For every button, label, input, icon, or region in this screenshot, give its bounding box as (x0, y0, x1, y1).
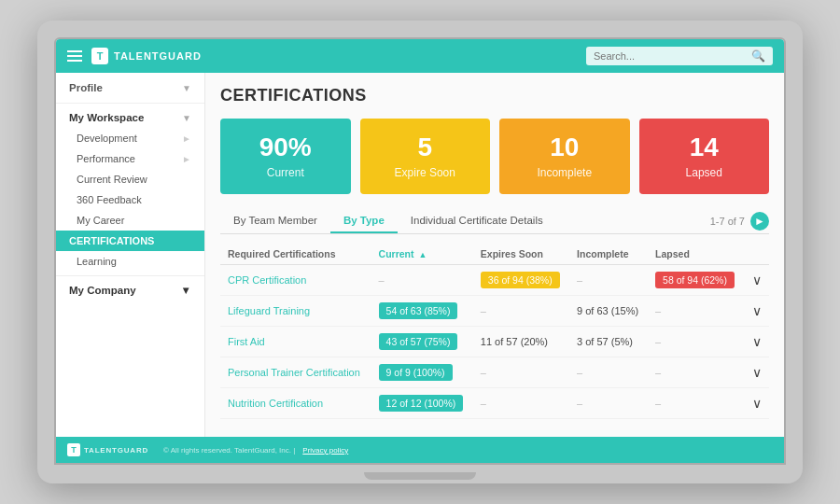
pagination-next-btn[interactable]: ► (750, 212, 769, 231)
table-row: Lifeguard Training54 of 63 (85%)–9 of 63… (220, 295, 769, 326)
content-area: CERTIFICATIONS 90% Current 5 Expire Soon… (205, 73, 784, 437)
tabs-row: By Team Member By Type Individual Certif… (220, 209, 769, 234)
stat-incomplete: 10 Incomplete (499, 119, 630, 194)
sidebar-item-label: Learning (77, 256, 117, 267)
cert-name[interactable]: Lifeguard Training (220, 295, 371, 326)
expand-row-btn[interactable]: ∨ (744, 295, 769, 326)
sidebar-item-label: CERTIFICATIONS (69, 235, 154, 246)
pagination-text: 1-7 of 7 (710, 216, 745, 227)
workspace-section[interactable]: My Workspace ▼ (56, 104, 204, 128)
privacy-link[interactable]: Privacy policy (302, 446, 348, 455)
col-header-expand (744, 244, 769, 265)
col-header-lapsed: Lapsed (648, 244, 744, 265)
stats-row: 90% Current 5 Expire Soon 10 Incomplete … (220, 119, 769, 194)
pagination: 1-7 of 7 ► (710, 212, 769, 231)
sidebar-profile[interactable]: Profile ▼ (56, 73, 204, 104)
footer-logo-icon (67, 443, 80, 456)
stat-lapsed-value: 14 (649, 133, 761, 162)
footer-logo-text: TALENTGUARD (84, 446, 148, 455)
workspace-arrow: ▼ (182, 113, 191, 123)
stat-current: 90% Current (220, 119, 351, 194)
hamburger-menu[interactable] (67, 50, 82, 62)
sidebar-item-label: Current Review (77, 174, 147, 185)
logo-icon (91, 48, 108, 64)
company-arrow: ▼ (181, 285, 191, 296)
sidebar-item-current-review[interactable]: Current Review (56, 169, 204, 189)
cert-name[interactable]: CPR Certification (220, 264, 371, 295)
col-header-name: Required Certifications (220, 244, 371, 265)
sidebar-item-performance[interactable]: Performance ► (56, 148, 204, 169)
sidebar-item-my-career[interactable]: My Career (56, 210, 204, 231)
table-row: Nutrition Certification12 of 12 (100%)––… (220, 387, 769, 418)
stat-expire-value: 5 (370, 133, 482, 162)
table-row: First Aid43 of 57 (75%)11 of 57 (20%)3 o… (220, 326, 769, 357)
sidebar-item-development[interactable]: Development ► (56, 128, 204, 148)
certifications-table: Required Certifications Current ▲ Expire… (220, 244, 769, 419)
stat-expire-label: Expire Soon (370, 166, 482, 179)
company-label: My Company (69, 285, 136, 296)
expand-row-btn[interactable]: ∨ (744, 357, 769, 387)
chevron-right-icon: ► (182, 154, 191, 164)
page-title: CERTIFICATIONS (220, 86, 769, 105)
chevron-right-icon: ► (182, 133, 191, 144)
profile-label: Profile (69, 82, 103, 93)
expand-row-btn[interactable]: ∨ (744, 326, 769, 357)
logo-area: TALENTGUARD (91, 48, 202, 64)
search-input[interactable] (594, 50, 751, 62)
sidebar-item-label: 360 Feedback (77, 194, 142, 205)
company-section[interactable]: My Company ▼ (56, 275, 204, 301)
col-header-expires: Expires Soon (473, 244, 569, 265)
sidebar-item-label: Performance (77, 153, 135, 164)
laptop-notch (364, 472, 476, 480)
col-header-incomplete: Incomplete (569, 244, 648, 265)
tab-individual[interactable]: Individual Certificate Details (398, 209, 556, 233)
footer-copy: © All rights reserved. TalentGuard, Inc.… (163, 446, 295, 455)
footer-bar: TALENTGUARD © All rights reserved. Talen… (56, 437, 784, 463)
main-layout: Profile ▼ My Workspace ▼ Development ► P… (56, 73, 784, 437)
footer-logo: TALENTGUARD (67, 443, 148, 456)
tab-by-team[interactable]: By Team Member (220, 209, 330, 233)
sidebar-item-certifications[interactable]: CERTIFICATIONS (56, 231, 204, 251)
logo-text: TALENTGUARD (114, 50, 202, 62)
col-header-current[interactable]: Current ▲ (371, 244, 473, 265)
tab-by-type[interactable]: By Type (330, 209, 398, 233)
cert-name[interactable]: Personal Trainer Certification (220, 357, 371, 387)
sidebar-item-label: Development (77, 133, 137, 144)
sidebar-item-360-feedback[interactable]: 360 Feedback (56, 189, 204, 210)
sidebar: Profile ▼ My Workspace ▼ Development ► P… (56, 73, 205, 437)
table-row: Personal Trainer Certification9 of 9 (10… (220, 357, 769, 387)
sidebar-item-label: My Career (77, 215, 124, 226)
expand-row-btn[interactable]: ∨ (744, 387, 769, 418)
stat-expire-soon: 5 Expire Soon (360, 119, 491, 194)
stat-incomplete-label: Incomplete (509, 166, 621, 179)
profile-arrow: ▼ (182, 83, 191, 93)
search-bar[interactable]: 🔍 (586, 47, 773, 65)
stat-current-value: 90% (230, 133, 342, 162)
stat-current-label: Current (230, 166, 342, 179)
stat-lapsed: 14 Lapsed (639, 119, 770, 194)
cert-name[interactable]: First Aid (220, 326, 371, 357)
sidebar-item-learning[interactable]: Learning (56, 251, 204, 272)
expand-row-btn[interactable]: ∨ (744, 264, 769, 295)
table-row: CPR Certification–36 of 94 (38%)–58 of 9… (220, 264, 769, 295)
search-icon: 🔍 (751, 49, 765, 63)
workspace-label: My Workspace (69, 112, 144, 123)
cert-name[interactable]: Nutrition Certification (220, 387, 371, 418)
stat-incomplete-value: 10 (509, 133, 621, 162)
stat-lapsed-label: Lapsed (649, 166, 761, 179)
top-navbar: TALENTGUARD 🔍 (56, 39, 784, 73)
